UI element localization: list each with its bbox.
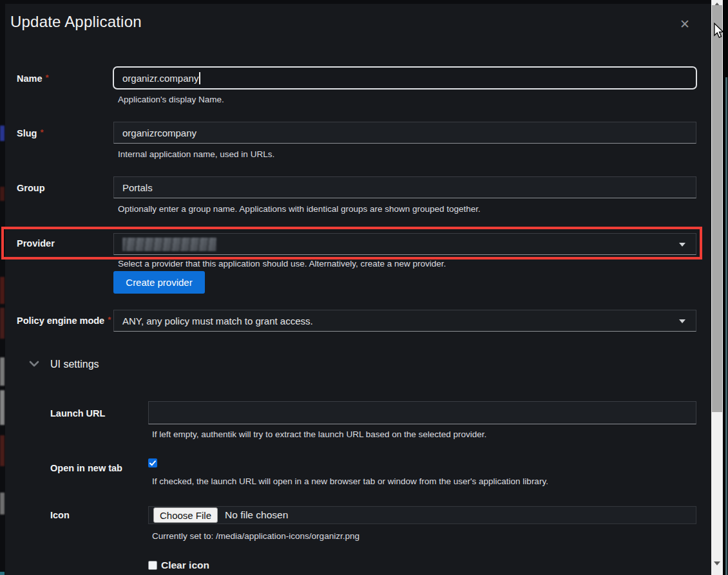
screen: Update Application ✕ Name* organizr.comp…	[0, 0, 728, 575]
caret-down-icon	[679, 319, 685, 323]
background-fragment	[0, 126, 5, 141]
scrollbar-thumb[interactable]	[712, 5, 722, 412]
policy-engine-mode-select[interactable]: ANY, any policy must match to grant acce…	[113, 310, 696, 332]
required-asterisk: *	[40, 127, 43, 137]
icon-field-label: Icon	[50, 510, 70, 520]
group-helper-text: Optionally enter a group name. Applicati…	[118, 204, 481, 214]
provider-field-label: Provider	[17, 238, 55, 249]
group-input[interactable]: Portals	[113, 176, 696, 198]
file-chosen-status: No file chosen	[225, 509, 288, 521]
background-fragment	[0, 277, 5, 304]
chevron-down-icon[interactable]	[29, 361, 38, 366]
required-asterisk: *	[108, 315, 111, 325]
redacted-provider-value	[122, 238, 216, 251]
clear-icon-checkbox[interactable]	[148, 561, 157, 570]
choose-file-button[interactable]: Choose File	[153, 507, 218, 523]
open-in-new-tab-label: Open in new tab	[50, 463, 122, 473]
launch-url-helper-text: If left empty, authentik will try to ext…	[152, 429, 486, 439]
group-field-label: Group	[17, 183, 45, 193]
create-provider-button[interactable]: Create provider	[113, 271, 205, 294]
background-fragment	[0, 308, 5, 339]
name-field-label: Name*	[17, 73, 49, 84]
background-page-left-edge	[0, 0, 5, 575]
window-right-edge-accent	[725, 77, 727, 575]
slug-field-label: Slug*	[17, 128, 43, 138]
icon-file-input[interactable]: Choose File No file chosen	[148, 506, 696, 524]
background-fragment	[0, 493, 5, 514]
modal-title: Update Application	[10, 13, 142, 31]
name-input[interactable]: organizr.company	[113, 66, 697, 90]
icon-helper-text: Currently set to: /media/application-ico…	[152, 531, 359, 541]
launch-url-input[interactable]	[148, 401, 696, 424]
background-fragment	[0, 357, 5, 386]
provider-select[interactable]	[113, 233, 696, 255]
policy-engine-mode-label: Policy engine mode*	[17, 316, 111, 326]
launch-url-label: Launch URL	[50, 408, 105, 419]
ui-settings-section-header[interactable]: UI settings	[50, 359, 99, 370]
background-fragment	[0, 390, 5, 425]
scrollbar-down-arrow-icon[interactable]	[714, 561, 720, 565]
provider-helper-text: Select a provider that this application …	[118, 259, 446, 269]
slug-helper-text: Internal application name, used in URLs.	[118, 149, 274, 159]
check-icon	[149, 460, 156, 466]
slug-input[interactable]: organizrcompany	[113, 122, 696, 144]
update-application-modal	[5, 4, 711, 575]
mouse-cursor-icon	[713, 23, 724, 41]
required-asterisk: *	[46, 73, 49, 82]
clear-icon-label: Clear icon	[161, 560, 209, 571]
open-in-new-tab-helper-text: If checked, the launch URL will open in …	[152, 476, 548, 486]
background-fragment	[0, 435, 5, 466]
name-helper-text: Application's display Name.	[118, 95, 224, 104]
caret-down-icon	[679, 243, 685, 247]
background-fragment	[0, 187, 5, 201]
close-icon[interactable]: ✕	[676, 16, 693, 33]
open-in-new-tab-checkbox[interactable]	[148, 458, 157, 467]
text-cursor	[199, 72, 200, 84]
